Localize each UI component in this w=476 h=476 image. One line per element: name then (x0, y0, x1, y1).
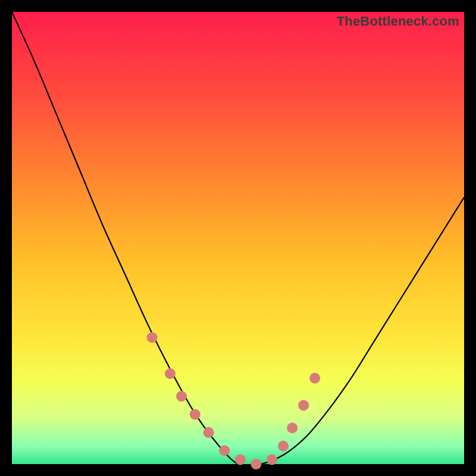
watermark-text: TheBottleneck.com (337, 14, 459, 29)
curve-marker (250, 459, 261, 469)
curve-marker (219, 445, 230, 456)
curve-marker (287, 422, 298, 433)
curve-marker (165, 368, 176, 379)
curve-markers (147, 332, 321, 469)
curve-marker (235, 454, 246, 465)
curve-marker (176, 391, 187, 402)
chart-frame: TheBottleneck.com (12, 12, 464, 464)
curve-marker (278, 441, 289, 452)
chart-plot (12, 12, 464, 464)
curve-marker (147, 332, 158, 343)
curve-marker (267, 454, 277, 465)
curve-marker (309, 373, 320, 384)
curve-marker (298, 400, 309, 411)
curve-marker (190, 409, 201, 419)
bottleneck-curve (12, 12, 464, 466)
curve-marker (203, 427, 214, 438)
